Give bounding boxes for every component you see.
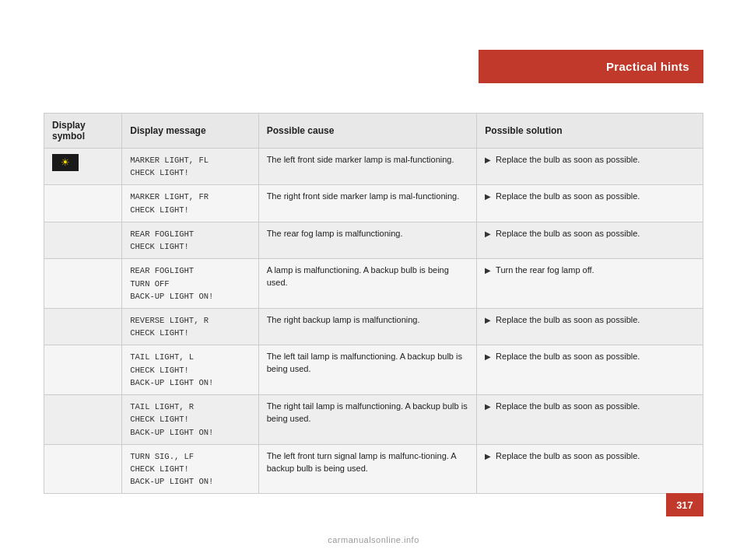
table-header-row: Display symbol Display message Possible … — [44, 114, 703, 149]
arrow-icon: ▶ — [485, 192, 493, 201]
cell-solution: ▶ Replace the bulb as soon as possible. — [477, 444, 703, 494]
table-row: TAIL LIGHT, L CHECK LIGHT! BACK-UP LIGHT… — [44, 345, 703, 395]
col-header-message: Display message — [122, 114, 258, 149]
table-row: REAR FOGLIGHT CHECK LIGHT!The rear fog l… — [44, 222, 703, 258]
arrow-icon: ▶ — [485, 266, 493, 275]
header-title: Practical hints — [606, 60, 689, 73]
cell-cause: The right front side marker lamp is mal-… — [258, 185, 477, 222]
arrow-icon: ▶ — [485, 156, 493, 164]
col-header-symbol: Display symbol — [44, 114, 122, 149]
table-row: REAR FOGLIGHT TURN OFF BACK-UP LIGHT ON!… — [44, 259, 703, 309]
arrow-icon: ▶ — [485, 352, 493, 361]
cell-solution: ▶ Replace the bulb as soon as possible. — [477, 185, 703, 222]
message-code-text: MARKER LIGHT, FR CHECK LIGHT! — [130, 192, 209, 214]
cell-symbol — [44, 222, 122, 258]
cell-symbol — [44, 185, 122, 222]
table-row: MARKER LIGHT, FR CHECK LIGHT!The right f… — [44, 185, 703, 222]
cell-solution: ▶ Turn the rear fog lamp off. — [477, 259, 703, 309]
cell-solution: ▶ Replace the bulb as soon as possible. — [477, 308, 703, 345]
message-code-text: REAR FOGLIGHT CHECK LIGHT! — [130, 229, 194, 251]
cell-symbol — [44, 444, 122, 494]
header-banner: Practical hints — [479, 50, 703, 83]
cell-message: MARKER LIGHT, FL CHECK LIGHT! — [122, 149, 258, 185]
message-code-text: REAR FOGLIGHT TURN OFF BACK-UP LIGHT ON! — [130, 266, 213, 300]
cell-message: MARKER LIGHT, FR CHECK LIGHT! — [122, 185, 258, 222]
message-code-text: TURN SIG., LF CHECK LIGHT! BACK-UP LIGHT… — [130, 452, 213, 486]
cell-solution: ▶ Replace the bulb as soon as possible. — [477, 149, 703, 185]
cell-message: TAIL LIGHT, L CHECK LIGHT! BACK-UP LIGHT… — [122, 345, 258, 395]
cell-message: TAIL LIGHT, R CHECK LIGHT! BACK-UP LIGHT… — [122, 395, 258, 445]
arrow-icon: ▶ — [485, 316, 493, 324]
cell-cause: The left tail lamp is malfunctioning. A … — [258, 345, 477, 395]
cell-message: TURN SIG., LF CHECK LIGHT! BACK-UP LIGHT… — [122, 444, 258, 494]
cell-solution: ▶ Replace the bulb as soon as possible. — [477, 222, 703, 258]
table-row: REVERSE LIGHT, R CHECK LIGHT!The right b… — [44, 308, 703, 345]
cell-symbol — [44, 395, 122, 445]
cell-cause: The left front turn signal lamp is malfu… — [258, 444, 477, 494]
cell-cause: The left front side marker lamp is mal-f… — [258, 149, 477, 185]
cell-message: REAR FOGLIGHT TURN OFF BACK-UP LIGHT ON! — [122, 259, 258, 309]
watermark: carmanualsonline.info — [328, 535, 419, 544]
arrow-icon: ▶ — [485, 402, 493, 411]
arrow-icon: ▶ — [485, 229, 493, 238]
cell-message: REVERSE LIGHT, R CHECK LIGHT! — [122, 308, 258, 345]
cell-symbol: ☀ — [44, 149, 122, 185]
message-code-text: MARKER LIGHT, FL CHECK LIGHT! — [130, 156, 209, 177]
cell-message: REAR FOGLIGHT CHECK LIGHT! — [122, 222, 258, 258]
page-number-badge: 317 — [666, 493, 703, 516]
cell-cause: A lamp is malfunctioning. A backup bulb … — [258, 259, 477, 309]
cell-cause: The right tail lamp is malfunctioning. A… — [258, 395, 477, 445]
display-messages-table: Display symbol Display message Possible … — [44, 113, 703, 494]
message-code-text: TAIL LIGHT, R CHECK LIGHT! BACK-UP LIGHT… — [130, 402, 213, 436]
table-row: TURN SIG., LF CHECK LIGHT! BACK-UP LIGHT… — [44, 444, 703, 494]
table-row: TAIL LIGHT, R CHECK LIGHT! BACK-UP LIGHT… — [44, 395, 703, 445]
arrow-icon: ▶ — [485, 452, 493, 460]
cell-solution: ▶ Replace the bulb as soon as possible. — [477, 395, 703, 445]
cell-symbol — [44, 345, 122, 395]
message-code-text: TAIL LIGHT, L CHECK LIGHT! BACK-UP LIGHT… — [130, 352, 213, 387]
cell-symbol — [44, 259, 122, 309]
cell-cause: The right backup lamp is malfunctioning. — [258, 308, 477, 345]
sun-icon: ☀ — [52, 154, 79, 171]
cell-symbol — [44, 308, 122, 345]
col-header-cause: Possible cause — [258, 114, 477, 149]
page-number: 317 — [676, 499, 693, 511]
col-header-solution: Possible solution — [477, 114, 703, 149]
cell-cause: The rear fog lamp is malfunctioning. — [258, 222, 477, 258]
main-table-container: Display symbol Display message Possible … — [44, 113, 703, 494]
cell-solution: ▶ Replace the bulb as soon as possible. — [477, 345, 703, 395]
message-code-text: REVERSE LIGHT, R CHECK LIGHT! — [130, 316, 209, 338]
table-row: ☀MARKER LIGHT, FL CHECK LIGHT!The left f… — [44, 149, 703, 185]
